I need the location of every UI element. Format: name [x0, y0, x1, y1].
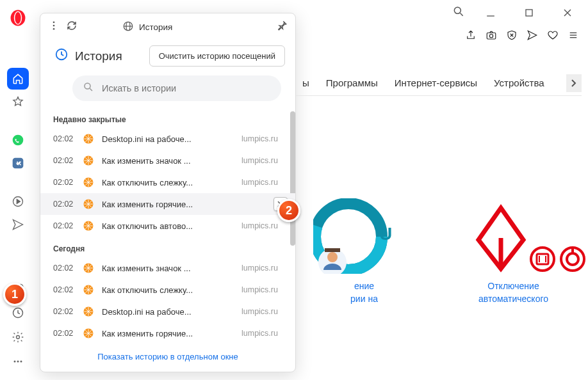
clock-icon	[54, 47, 69, 65]
history-panel: История История Очистить историю посещен…	[40, 13, 296, 372]
favicon-icon	[83, 220, 94, 232]
svg-rect-6	[487, 33, 496, 39]
card-right[interactable]: Отключениеавтоматического	[445, 198, 582, 374]
row-domain: lumpics.ru	[241, 264, 288, 273]
opera-logo[interactable]	[4, 4, 32, 32]
sidebar	[0, 38, 36, 380]
row-domain: lumpics.ru	[241, 134, 288, 143]
row-domain: lumpics.ru	[241, 156, 288, 165]
toolbar	[465, 29, 579, 44]
reload-icon[interactable]	[66, 20, 78, 34]
sidebar-messenger[interactable]	[7, 214, 29, 235]
heart-icon[interactable]	[547, 29, 559, 44]
panel-header: История	[40, 13, 295, 40]
panel-menu-icon[interactable]	[48, 20, 60, 34]
row-time: 02:02	[53, 307, 75, 316]
nav-item-internet[interactable]: Интернет-сервисы	[388, 72, 484, 93]
clear-history-button[interactable]: Очистить историю посещений	[149, 45, 285, 67]
maximize-button[interactable]	[516, 0, 542, 26]
row-time: 02:02	[53, 156, 75, 165]
send-icon[interactable]	[527, 29, 538, 44]
history-list: Недавно закрытые 02:02Desktop.ini на раб…	[40, 107, 295, 343]
history-row[interactable]: 02:02Как изменить значок ...lumpics.ru	[40, 257, 295, 279]
nav-item-devices[interactable]: Устройства	[487, 72, 550, 93]
search-input[interactable]	[102, 83, 271, 93]
svg-point-21	[14, 361, 16, 363]
favicon-icon	[83, 306, 94, 317]
card-caption: ениерии на	[350, 280, 378, 305]
row-time: 02:02	[53, 178, 75, 187]
minimize-button[interactable]	[478, 0, 503, 26]
svg-point-22	[17, 361, 19, 363]
row-title: Как изменить горячие...	[102, 329, 234, 338]
nav-item[interactable]: ы	[296, 72, 316, 93]
row-time: 02:02	[53, 134, 75, 143]
section-recent-closed: Недавно закрытые	[40, 107, 295, 128]
svg-rect-90	[325, 248, 340, 252]
sidebar-whatsapp[interactable]	[7, 129, 29, 151]
article-cards: U ениерии на Отключениеавтоматиче	[296, 198, 582, 374]
svg-point-7	[489, 35, 493, 38]
row-time: 02:02	[53, 329, 75, 338]
camera-icon[interactable]	[486, 29, 497, 44]
close-button[interactable]	[555, 0, 580, 26]
history-row[interactable]: 02:02Desktop.ini на рабоче...lumpics.ru	[40, 128, 295, 150]
svg-point-89	[327, 252, 338, 262]
svg-point-23	[20, 361, 22, 363]
svg-point-15	[15, 12, 20, 24]
search-icon[interactable]	[452, 5, 465, 20]
favicon-icon	[83, 284, 94, 296]
history-row[interactable]: 02:02Как изменить горячие...lumpics.ru	[40, 322, 295, 343]
favicon-icon	[83, 133, 94, 145]
svg-point-24	[53, 21, 55, 23]
annotation-badge-2: 2	[277, 199, 300, 222]
annotation-badge-1: 1	[3, 283, 26, 306]
row-time: 02:02	[53, 200, 75, 209]
row-domain: lumpics.ru	[241, 329, 288, 338]
row-domain: lumpics.ru	[241, 178, 288, 187]
section-today: Сегодня	[40, 237, 295, 257]
search-box[interactable]	[72, 75, 281, 101]
nav-item-programs[interactable]: Программы	[320, 72, 384, 93]
favicon-icon	[83, 328, 94, 339]
svg-point-20	[17, 336, 20, 339]
row-time: 02:02	[53, 264, 75, 273]
sidebar-player[interactable]	[7, 191, 29, 212]
panel-tab: История	[84, 20, 172, 34]
row-domain: lumpics.ru	[241, 285, 288, 294]
sidebar-settings[interactable]	[7, 326, 29, 348]
globe-icon	[122, 20, 134, 34]
history-row[interactable]: 02:02Как отключить слежку...lumpics.ru	[40, 279, 295, 301]
sidebar-more[interactable]	[7, 351, 29, 372]
show-full-history-link[interactable]: Показать историю в отдельном окне	[40, 343, 295, 372]
history-row[interactable]: 02:02Как отключить автово...lumpics.ru	[40, 215, 295, 237]
svg-line-1	[461, 13, 463, 16]
history-row[interactable]: 02:02Как изменить горячие...	[40, 193, 295, 215]
sidebar-vk[interactable]	[7, 152, 29, 174]
shield-icon[interactable]	[506, 29, 518, 44]
card-left[interactable]: U ениерии на	[296, 198, 432, 374]
history-row[interactable]: 02:02Как отключить слежку...lumpics.ru	[40, 171, 295, 193]
sidebar-bookmarks[interactable]	[7, 91, 29, 113]
svg-rect-93	[537, 254, 548, 264]
panel-tab-label: История	[139, 22, 172, 32]
sidebar-speed-dial[interactable]	[7, 68, 29, 90]
history-row[interactable]: 02:02Как изменить значок ...lumpics.ru	[40, 150, 295, 171]
history-row[interactable]: 02:02Desktop.ini на рабоче...lumpics.ru	[40, 301, 295, 322]
svg-point-92	[531, 248, 554, 271]
svg-point-25	[53, 25, 55, 27]
row-title: Desktop.ini на рабоче...	[102, 307, 234, 317]
row-title: Как отключить слежку...	[102, 285, 234, 295]
favicon-icon	[83, 155, 94, 166]
row-time: 02:02	[53, 221, 75, 230]
svg-point-16	[13, 135, 24, 146]
svg-text:U: U	[379, 224, 392, 244]
svg-line-32	[90, 88, 92, 91]
pin-icon[interactable]	[276, 20, 288, 34]
svg-point-97	[567, 253, 578, 265]
menu-icon[interactable]	[568, 29, 579, 44]
share-icon[interactable]	[465, 29, 477, 44]
nav-scroll-right[interactable]	[566, 74, 582, 92]
row-title: Как отключить автово...	[102, 221, 234, 231]
row-time: 02:02	[53, 285, 75, 294]
